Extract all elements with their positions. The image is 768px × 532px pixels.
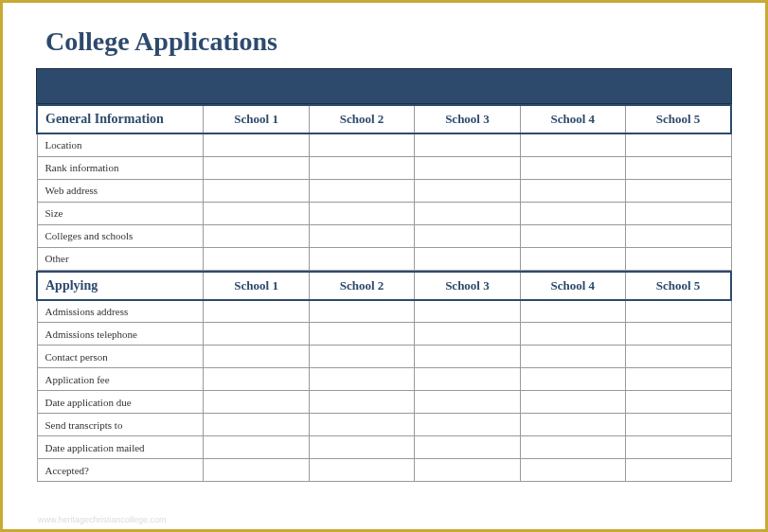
column-header: School 1 — [204, 105, 309, 133]
column-header: School 5 — [626, 105, 731, 133]
cell[interactable] — [520, 224, 625, 247]
cell[interactable] — [626, 391, 731, 414]
cell[interactable] — [520, 247, 625, 270]
cell[interactable] — [626, 300, 731, 323]
cell[interactable] — [204, 323, 309, 346]
cell[interactable] — [204, 202, 309, 224]
cell[interactable] — [204, 179, 309, 202]
cell[interactable] — [309, 202, 414, 224]
cell[interactable] — [520, 323, 625, 346]
row-label: Size — [37, 202, 204, 224]
header-bar — [36, 68, 732, 104]
column-header: School 3 — [415, 105, 520, 133]
cell[interactable] — [520, 391, 625, 414]
row-label: Admissions telephone — [37, 323, 204, 346]
cell[interactable] — [204, 247, 309, 270]
cell[interactable] — [626, 202, 731, 224]
column-header: School 4 — [520, 105, 625, 133]
table-row: Location — [37, 133, 731, 156]
cell[interactable] — [520, 346, 625, 368]
row-label: Web address — [37, 179, 204, 202]
section-name: General Information — [37, 105, 204, 133]
cell[interactable] — [309, 247, 414, 270]
cell[interactable] — [204, 391, 309, 414]
section-applying: Applying School 1 School 2 School 3 Scho… — [36, 271, 732, 483]
cell[interactable] — [415, 346, 520, 368]
cell[interactable] — [626, 368, 731, 391]
cell[interactable] — [309, 300, 414, 323]
row-label: Date application due — [37, 391, 204, 414]
cell[interactable] — [520, 300, 625, 323]
column-header: School 5 — [626, 272, 731, 300]
cell[interactable] — [415, 247, 520, 270]
section-name: Applying — [37, 272, 204, 300]
table-row: Size — [37, 202, 731, 224]
cell[interactable] — [626, 346, 731, 368]
table-row: Date application due — [37, 391, 731, 414]
column-header: School 4 — [520, 272, 625, 300]
cell[interactable] — [309, 224, 414, 247]
cell[interactable] — [309, 391, 414, 414]
cell[interactable] — [520, 368, 625, 391]
cell[interactable] — [309, 179, 414, 202]
row-label: Contact person — [37, 346, 204, 368]
row-label: Other — [37, 247, 204, 270]
cell[interactable] — [626, 156, 731, 179]
cell[interactable] — [309, 323, 414, 346]
cell[interactable] — [415, 300, 520, 323]
cell[interactable] — [626, 459, 731, 482]
cell[interactable] — [415, 179, 520, 202]
column-header: School 3 — [415, 272, 520, 300]
cell[interactable] — [415, 133, 520, 156]
cell[interactable] — [626, 247, 731, 270]
cell[interactable] — [415, 459, 520, 482]
row-label: Application fee — [37, 368, 204, 391]
row-label: Colleges and schools — [37, 224, 204, 247]
cell[interactable] — [626, 224, 731, 247]
cell[interactable] — [309, 156, 414, 179]
cell[interactable] — [520, 133, 625, 156]
cell[interactable] — [309, 346, 414, 368]
section-header-row: General Information School 1 School 2 Sc… — [37, 105, 731, 133]
cell[interactable] — [204, 224, 309, 247]
cell[interactable] — [204, 459, 309, 482]
cell[interactable] — [520, 414, 625, 436]
cell[interactable] — [626, 436, 731, 459]
cell[interactable] — [204, 436, 309, 459]
cell[interactable] — [309, 436, 414, 459]
column-header: School 1 — [204, 272, 309, 300]
cell[interactable] — [415, 224, 520, 247]
page-title: College Applications — [45, 27, 732, 57]
cell[interactable] — [415, 436, 520, 459]
cell[interactable] — [415, 156, 520, 179]
cell[interactable] — [309, 368, 414, 391]
cell[interactable] — [204, 300, 309, 323]
cell[interactable] — [626, 179, 731, 202]
table-row: Accepted? — [37, 459, 731, 482]
table-row: Application fee — [37, 368, 731, 391]
cell[interactable] — [520, 459, 625, 482]
cell[interactable] — [626, 414, 731, 436]
cell[interactable] — [415, 323, 520, 346]
cell[interactable] — [204, 156, 309, 179]
cell[interactable] — [415, 368, 520, 391]
cell[interactable] — [626, 323, 731, 346]
cell[interactable] — [309, 414, 414, 436]
cell[interactable] — [415, 414, 520, 436]
table-row: Web address — [37, 179, 731, 202]
cell[interactable] — [520, 436, 625, 459]
cell[interactable] — [204, 368, 309, 391]
cell[interactable] — [204, 346, 309, 368]
cell[interactable] — [309, 459, 414, 482]
cell[interactable] — [520, 202, 625, 224]
cell[interactable] — [520, 179, 625, 202]
cell[interactable] — [415, 391, 520, 414]
cell[interactable] — [204, 133, 309, 156]
cell[interactable] — [204, 414, 309, 436]
cell[interactable] — [626, 133, 731, 156]
section-general-information: General Information School 1 School 2 Sc… — [36, 104, 732, 271]
watermark: www.heritagechristiancollege.com — [38, 515, 167, 524]
cell[interactable] — [520, 156, 625, 179]
cell[interactable] — [415, 202, 520, 224]
cell[interactable] — [309, 133, 414, 156]
